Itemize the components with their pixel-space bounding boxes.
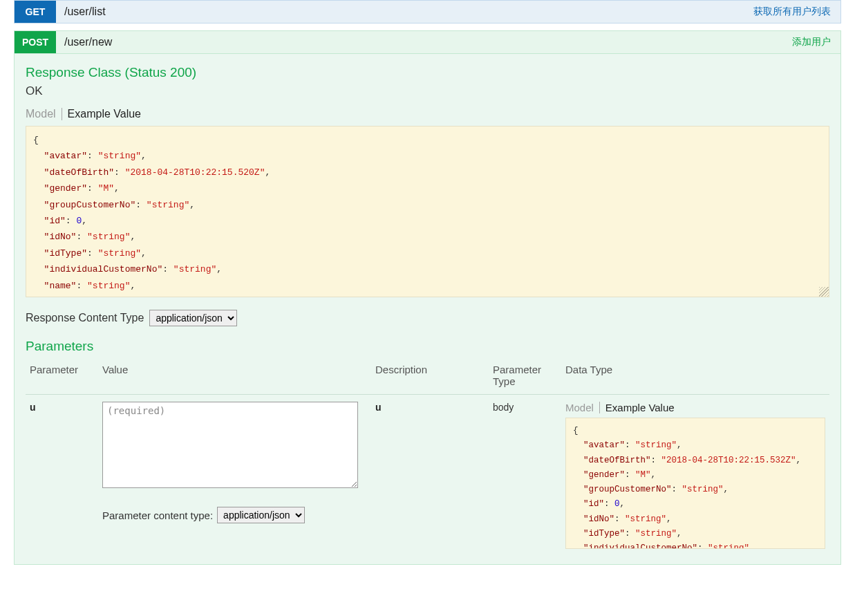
parameter-name: u [26, 395, 98, 554]
http-method-badge: POST [15, 31, 56, 53]
parameters-title: Parameters [26, 339, 829, 354]
parameter-description: u [371, 395, 489, 554]
response-class-title: Response Class (Status 200) [26, 65, 829, 80]
parameter-content-type-select[interactable]: application/json [217, 507, 305, 523]
operation-path[interactable]: /user/list [56, 6, 744, 18]
header-parameter-type: Parameter Type [489, 361, 561, 395]
operation-summary[interactable]: 添加用户 [782, 36, 840, 48]
operation-summary[interactable]: 获取所有用户列表 [744, 6, 840, 18]
datatype-model-tabs: Model Example Value [565, 402, 825, 413]
response-status-text: OK [26, 84, 829, 98]
header-data-type: Data Type [561, 361, 829, 395]
header-parameter: Parameter [26, 361, 98, 395]
parameter-content-type-label: Parameter content type: [102, 510, 213, 521]
response-model-tabs: Model Example Value [26, 108, 829, 120]
response-example-code[interactable]: { "avatar": "string", "dateOfBirth": "20… [26, 126, 829, 297]
operation-post-user-new[interactable]: POST /user/new 添加用户 [14, 30, 841, 54]
parameters-table: Parameter Value Description Parameter Ty… [26, 361, 829, 553]
header-value: Value [98, 361, 371, 395]
operation-path[interactable]: /user/new [56, 36, 782, 48]
parameter-type: body [489, 395, 561, 554]
datatype-example-code[interactable]: { "avatar": "string", "dateOfBirth": "20… [565, 418, 825, 549]
tab-example-value[interactable]: Example Value [599, 402, 680, 413]
tab-model[interactable]: Model [565, 402, 599, 413]
resize-handle-icon[interactable] [819, 287, 829, 297]
operation-expanded-content: Response Class (Status 200) OK Model Exa… [14, 54, 841, 565]
http-method-badge: GET [15, 1, 56, 23]
tab-example-value[interactable]: Example Value [62, 108, 147, 120]
tab-model[interactable]: Model [26, 108, 62, 120]
header-description: Description [371, 361, 489, 395]
parameter-value-input[interactable] [102, 402, 358, 488]
response-content-type-select[interactable]: application/json [149, 310, 237, 326]
response-content-type-label: Response Content Type [26, 312, 144, 324]
table-row: u Parameter content type: application/js… [26, 395, 829, 554]
operation-get-user-list[interactable]: GET /user/list 获取所有用户列表 [14, 0, 841, 24]
table-header-row: Parameter Value Description Parameter Ty… [26, 361, 829, 395]
